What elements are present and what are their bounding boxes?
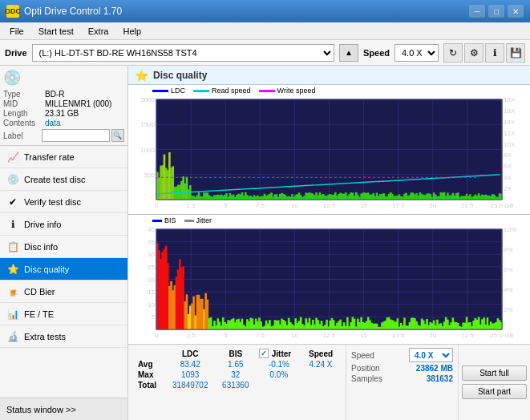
speed-select[interactable]: 4.0 X — [394, 44, 439, 62]
nav-drive-info-label: Drive info — [24, 220, 61, 229]
total-label: Total — [135, 380, 165, 390]
maximize-button[interactable]: □ — [488, 5, 504, 18]
samples-row: Samples 381632 — [351, 374, 453, 383]
disc-mid-label: MID — [3, 99, 45, 108]
disc-length-row: Length 23.31 GB — [3, 109, 124, 118]
max-jitter: 0.0% — [256, 370, 302, 380]
toolbar-icons: ↻ ⚙ ℹ 💾 — [443, 43, 525, 63]
app-title: Opti Drive Control 1.70 — [24, 6, 122, 17]
bis-legend: BIS — [152, 216, 176, 224]
refresh-button[interactable]: ↻ — [443, 43, 463, 63]
disc-label-input[interactable] — [42, 129, 110, 142]
max-bis: 32 — [216, 370, 256, 380]
speed-row: Speed 4.0 X — [351, 348, 453, 362]
col-header-speed: Speed — [302, 348, 339, 359]
avg-ldc: 83.42 — [165, 359, 216, 370]
jitter-col-label: Jitter — [272, 349, 291, 358]
nav-verify-test-disc[interactable]: ✔ Verify test disc — [0, 191, 127, 213]
menu-extra[interactable]: Extra — [82, 25, 115, 38]
start-full-button[interactable]: Start full — [462, 365, 527, 381]
nav-cd-bier[interactable]: 🍺 CD Bier — [0, 281, 127, 303]
content-area: ⭐ Disc quality LDC Read speed — [128, 66, 530, 420]
disc-type-value: BD-R — [45, 90, 124, 99]
create-test-disc-icon: 💿 — [6, 173, 19, 186]
stats-table: LDC BIS ✓ Jitter Speed — [128, 345, 346, 420]
disc-label-row: Label 🔍 — [3, 129, 124, 142]
info-button[interactable]: ℹ — [485, 43, 504, 63]
position-row: Position 23862 MB — [351, 364, 453, 373]
nav-items: 📈 Transfer rate 💿 Create test disc ✔ Ver… — [0, 146, 127, 398]
dq-header-icon: ⭐ — [135, 69, 148, 82]
read-speed-legend-label: Read speed — [212, 87, 251, 95]
total-speed — [302, 380, 339, 390]
chart2-wrapper: BIS Jitter — [128, 215, 530, 344]
disc-quality-header: ⭐ Disc quality — [128, 66, 530, 85]
nav-verify-test-disc-label: Verify test disc — [24, 197, 81, 207]
samples-value: 381632 — [427, 374, 453, 383]
disc-contents-row: Contents data — [3, 119, 124, 127]
avg-jitter: -0.1% — [256, 359, 302, 370]
close-button[interactable]: ✕ — [508, 5, 524, 18]
nav-transfer-rate[interactable]: 📈 Transfer rate — [0, 146, 127, 168]
extra-tests-icon: 🔬 — [6, 330, 19, 343]
status-window-nav[interactable]: Status window >> — [0, 398, 127, 420]
bis-legend-dot — [152, 220, 162, 222]
nav-create-test-disc-label: Create test disc — [24, 175, 85, 184]
stats-avg-row: Avg 83.42 1.65 -0.1% 4.24 X — [135, 359, 339, 370]
nav-disc-info[interactable]: 📋 Disc info — [0, 236, 127, 258]
save-button[interactable]: 💾 — [506, 43, 525, 63]
main-area: 💿 Type BD-R MID MILLENMR1 (000) Length 2… — [0, 66, 530, 420]
chart1-wrapper: LDC Read speed Write speed — [128, 85, 530, 215]
disc-type-row: Type BD-R — [3, 90, 124, 99]
cd-bier-icon: 🍺 — [6, 285, 19, 298]
nav-fe-te[interactable]: 📊 FE / TE — [0, 303, 127, 325]
chart2-canvas — [128, 215, 530, 344]
jitter-checkbox[interactable]: ✓ — [259, 349, 269, 358]
write-speed-legend-label: Write speed — [277, 87, 316, 95]
nav-drive-info[interactable]: ℹ Drive info — [0, 213, 127, 236]
speed-inline-select[interactable]: 4.0 X — [409, 348, 453, 362]
write-speed-legend-dot — [259, 90, 275, 92]
disc-label-label: Label — [3, 131, 40, 140]
start-part-button[interactable]: Start part — [462, 384, 527, 399]
settings-button[interactable]: ⚙ — [464, 43, 483, 63]
sidebar: 💿 Type BD-R MID MILLENMR1 (000) Length 2… — [0, 66, 128, 420]
disc-info-icon: 📋 — [6, 240, 19, 253]
avg-bis: 1.65 — [216, 359, 256, 370]
nav-disc-quality[interactable]: ⭐ Disc quality — [0, 258, 127, 281]
titlebar-controls: ─ □ ✕ — [469, 5, 524, 18]
nav-cd-bier-label: CD Bier — [24, 287, 55, 297]
drive-select[interactable]: (L:) HL-DT-ST BD-RE WH16NS58 TST4 — [32, 44, 334, 62]
menu-help[interactable]: Help — [116, 25, 148, 38]
disc-quality-icon: ⭐ — [6, 263, 19, 276]
disc-contents-label: Contents — [3, 119, 45, 127]
menu-file[interactable]: File — [3, 25, 30, 38]
total-ldc: 31849702 — [165, 380, 216, 390]
ldc-legend-dot — [152, 90, 168, 92]
avg-label: Avg — [135, 359, 165, 370]
max-speed — [302, 370, 339, 380]
write-speed-legend: Write speed — [259, 87, 316, 95]
menu-start-test[interactable]: Start test — [32, 25, 80, 38]
eject-button[interactable]: ▲ — [339, 44, 358, 62]
minimize-button[interactable]: ─ — [469, 5, 485, 18]
menubar: File Start test Extra Help — [0, 22, 530, 40]
dq-header-title: Disc quality — [153, 70, 207, 81]
bis-legend-label: BIS — [164, 216, 176, 224]
nav-extra-tests-label: Extra tests — [24, 332, 66, 341]
disc-label-btn[interactable]: 🔍 — [111, 129, 124, 142]
nav-disc-quality-label: Disc quality — [24, 265, 69, 274]
position-label: Position — [351, 364, 380, 373]
max-ldc: 1093 — [165, 370, 216, 380]
nav-create-test-disc[interactable]: 💿 Create test disc — [0, 168, 127, 191]
transfer-rate-icon: 📈 — [6, 151, 19, 164]
nav-disc-info-label: Disc info — [24, 242, 58, 252]
nav-extra-tests[interactable]: 🔬 Extra tests — [0, 325, 127, 348]
drive-info-icon: ℹ — [6, 218, 19, 231]
jitter-legend: Jitter — [184, 216, 212, 224]
drive-label: Drive — [5, 48, 27, 58]
titlebar: ODC Opti Drive Control 1.70 ─ □ ✕ — [0, 0, 530, 22]
jitter-legend-dot — [184, 220, 194, 222]
disc-icon: 💿 — [3, 69, 21, 87]
total-bis: 631360 — [216, 380, 256, 390]
